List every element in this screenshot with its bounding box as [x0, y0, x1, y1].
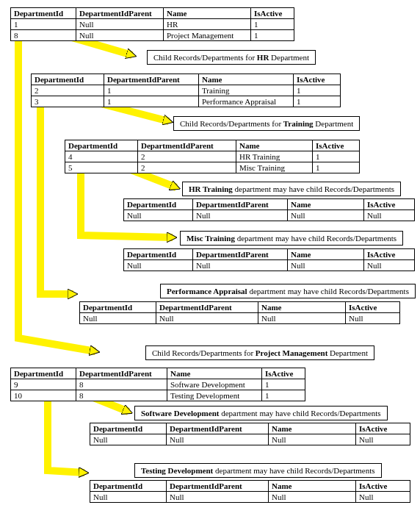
table-row: 8 Null Project Management 1 [11, 30, 294, 41]
col-header: Name [167, 368, 262, 379]
cell: 5 [65, 162, 138, 173]
cell: 1 [313, 151, 360, 162]
table-row: 1 Null HR 1 [11, 19, 294, 30]
cell: Null [124, 260, 193, 271]
col-header: DepartmentId [124, 199, 193, 210]
table-testdev: DepartmentId DepartmentIdParent Name IsA… [90, 480, 410, 503]
cell: 8 [11, 30, 76, 41]
col-header: DepartmentId [11, 368, 76, 379]
cell: Null [258, 313, 346, 324]
table-misctraining: DepartmentId DepartmentIdParent Name IsA… [123, 248, 415, 271]
caption-text: department may have child Records/Depart… [235, 234, 397, 243]
cell: 1 [262, 390, 305, 401]
col-header: Name [288, 249, 364, 260]
caption-hrtraining: HR Training department may have child Re… [182, 182, 401, 196]
caption-text: department may have child Records/Depart… [247, 287, 409, 296]
cell: Null [356, 492, 410, 503]
col-header: IsActive [356, 481, 410, 492]
col-header: IsActive [346, 302, 400, 313]
cell: 1 [313, 162, 360, 173]
cell: Null [167, 434, 269, 445]
col-header: DepartmentIdParent [138, 140, 236, 151]
table-pm: DepartmentId DepartmentIdParent Name IsA… [10, 368, 305, 401]
caption-bold: HR [257, 53, 269, 62]
cell: Null [124, 210, 193, 221]
cell: 1 [104, 96, 199, 107]
cell: 1 [294, 96, 341, 107]
col-header: DepartmentId [124, 249, 193, 260]
col-header: IsActive [294, 74, 341, 85]
caption-text: Department [314, 119, 354, 128]
caption-bold: Testing Development [141, 466, 213, 475]
col-header: Name [164, 8, 251, 19]
col-header: DepartmentId [11, 8, 76, 19]
cell: 1 [262, 379, 305, 390]
cell: Null [288, 210, 364, 221]
col-header: DepartmentIdParent [193, 249, 288, 260]
cell: 2 [138, 151, 236, 162]
col-header: IsActive [356, 423, 410, 434]
col-header: Name [199, 74, 294, 85]
cell: HR [164, 19, 251, 30]
caption-bold: Misc Training [187, 234, 235, 243]
caption-text: Department [327, 348, 368, 357]
table-root: DepartmentId DepartmentIdParent Name IsA… [10, 7, 294, 41]
caption-misctraining: Misc Training department may have child … [180, 231, 403, 246]
caption-bold: HR Training [189, 185, 233, 193]
table-row: 5 2 Misc Training 1 [65, 162, 360, 173]
table-row: Null Null Null Null [90, 434, 410, 445]
cell: 9 [11, 379, 76, 390]
caption-bold: Project Management [256, 348, 327, 357]
col-header: DepartmentIdParent [167, 423, 269, 434]
table-softdev: DepartmentId DepartmentIdParent Name IsA… [90, 423, 410, 445]
caption-softdev: Software Development department may have… [134, 406, 388, 420]
cell: 2 [32, 85, 104, 96]
cell: 2 [138, 162, 236, 173]
cell: Null [90, 492, 167, 503]
cell: Project Management [164, 30, 251, 41]
cell: Null [364, 260, 415, 271]
caption-text: department may have child Records/Depart… [213, 466, 374, 475]
cell: Null [90, 434, 167, 445]
table-row: Null Null Null Null [124, 260, 415, 271]
caption-pm: Child Records/Departments for Project Ma… [145, 345, 374, 360]
cell: Performance Appraisal [199, 96, 294, 107]
table-row: Null Null Null Null [80, 313, 400, 324]
col-header: DepartmentId [32, 74, 104, 85]
table-row: 2 1 Training 1 [32, 85, 341, 96]
col-header: DepartmentIdParent [76, 8, 164, 19]
table-training: DepartmentId DepartmentIdParent Name IsA… [65, 140, 360, 173]
col-header: DepartmentId [65, 140, 138, 151]
caption-text: Department [269, 53, 309, 62]
col-header: DepartmentId [80, 302, 156, 313]
cell: 10 [11, 390, 76, 401]
cell: Null [269, 434, 356, 445]
table-perfappraisal: DepartmentId DepartmentIdParent Name IsA… [79, 301, 400, 324]
table-row: 3 1 Performance Appraisal 1 [32, 96, 341, 107]
col-header: Name [269, 423, 356, 434]
cell: 1 [251, 30, 294, 41]
cell: 1 [294, 85, 341, 96]
caption-text: Child Records/Departments for [152, 348, 256, 357]
table-hrtraining: DepartmentId DepartmentIdParent Name IsA… [123, 198, 415, 221]
caption-text: Child Records/Departments for [180, 119, 283, 128]
table-row: Null Null Null Null [124, 210, 415, 221]
cell: 8 [76, 379, 167, 390]
cell: Null [156, 313, 258, 324]
table-hr: DepartmentId DepartmentIdParent Name IsA… [31, 74, 341, 107]
col-header: IsActive [251, 8, 294, 19]
col-header: IsActive [313, 140, 360, 151]
caption-hr: Child Records/Departments for HR Departm… [147, 50, 316, 65]
col-header: DepartmentIdParent [104, 74, 199, 85]
cell: Null [356, 434, 410, 445]
col-header: Name [236, 140, 313, 151]
cell: 8 [76, 390, 167, 401]
col-header: DepartmentId [90, 481, 167, 492]
caption-bold: Training [283, 119, 314, 128]
cell: HR Training [236, 151, 313, 162]
caption-bold: Performance Appraisal [167, 287, 247, 296]
col-header: DepartmentIdParent [193, 199, 288, 210]
col-header: DepartmentIdParent [156, 302, 258, 313]
col-header: Name [258, 302, 346, 313]
table-row: 4 2 HR Training 1 [65, 151, 360, 162]
